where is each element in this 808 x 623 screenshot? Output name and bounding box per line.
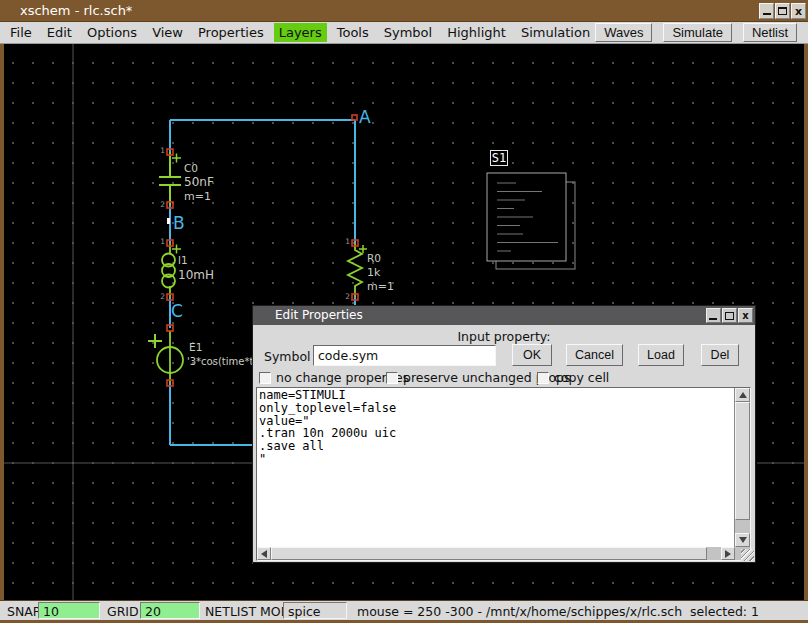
net-label-c[interactable]: C xyxy=(171,301,183,321)
capacitor-mult[interactable]: m=1 xyxy=(184,190,211,203)
copy-cell-label: copy cell xyxy=(554,370,609,385)
menu-view[interactable]: View xyxy=(147,23,188,42)
netlist-mode-field[interactable]: spice xyxy=(283,602,347,619)
ok-button[interactable]: OK xyxy=(512,344,552,366)
dialog-maximize-button[interactable] xyxy=(722,308,737,323)
minimize-icon xyxy=(763,13,771,15)
capacitor-value[interactable]: 50nF xyxy=(184,175,214,189)
code-symbol-label[interactable]: S1 xyxy=(490,150,508,166)
svg-text:1: 1 xyxy=(345,237,350,246)
simulate-button[interactable]: Simulate xyxy=(663,23,732,42)
input-property-label: Input property: xyxy=(253,329,755,344)
inductor-value[interactable]: 10mH xyxy=(178,268,214,282)
cancel-button[interactable]: Cancel xyxy=(566,344,623,366)
menu-highlight[interactable]: Highlight xyxy=(442,23,511,42)
window-title: xschem - rlc.sch* xyxy=(20,3,132,18)
grid-field[interactable]: 20 xyxy=(140,602,200,619)
properties-text-region: name=STIMULI only_toplevel=false value="… xyxy=(256,387,751,561)
no-change-properties-checkbox[interactable] xyxy=(259,372,271,384)
menu-layers[interactable]: Layers xyxy=(274,23,327,42)
arrow-right-icon xyxy=(725,550,731,558)
xschem-window: xschem - rlc.sch* x File Edit Options Vi… xyxy=(0,0,808,623)
window-titlebar[interactable]: xschem - rlc.sch* x xyxy=(0,0,808,22)
resistor-symbol[interactable] xyxy=(348,243,367,297)
source-symbol[interactable] xyxy=(148,331,183,383)
symbol-label: Symbol xyxy=(264,349,311,364)
dialog-close-button[interactable]: x xyxy=(738,308,753,323)
del-button[interactable]: Del xyxy=(701,344,739,366)
dialog-minimize-button[interactable] xyxy=(706,308,721,323)
svg-text:1: 1 xyxy=(160,146,165,155)
scroll-down-button[interactable] xyxy=(735,533,750,547)
svg-text:2: 2 xyxy=(160,200,165,209)
snap-field[interactable]: 10 xyxy=(38,602,100,619)
netlist-button[interactable]: Netlist xyxy=(743,23,797,42)
resistor-mult[interactable]: m=1 xyxy=(367,280,394,293)
maximize-icon xyxy=(725,312,734,320)
scroll-up-button[interactable] xyxy=(735,388,750,402)
code-symbol[interactable] xyxy=(487,173,575,269)
resistor-value[interactable]: 1k xyxy=(367,266,380,279)
statusbar: SNAP: 10 GRID: 20 NETLIST MODE: spice mo… xyxy=(0,600,808,620)
capacitor-ref[interactable]: C0 xyxy=(184,162,198,174)
load-button[interactable]: Load xyxy=(638,344,684,366)
source-value[interactable]: '3*cos(time*ti xyxy=(187,356,256,367)
label-anchor-tick xyxy=(167,218,170,224)
grid-label: GRID: xyxy=(107,604,143,619)
scroll-left-button[interactable] xyxy=(257,547,271,560)
svg-text:2: 2 xyxy=(160,292,165,301)
minimize-button[interactable] xyxy=(759,3,774,19)
menu-symbol[interactable]: Symbol xyxy=(379,23,437,42)
maximize-icon xyxy=(778,7,787,15)
preserve-unchanged-props-checkbox[interactable] xyxy=(386,372,398,384)
scroll-right-button[interactable] xyxy=(721,547,735,560)
menu-options[interactable]: Options xyxy=(82,23,142,42)
edit-properties-dialog: Edit Properties x Input property: Symbol… xyxy=(252,305,756,563)
resize-grip[interactable] xyxy=(741,549,754,561)
menu-properties[interactable]: Properties xyxy=(193,23,269,42)
minimize-icon xyxy=(709,318,717,320)
copy-cell-checkbox[interactable] xyxy=(537,372,549,384)
resistor-ref[interactable]: R0 xyxy=(367,252,381,264)
dialog-title: Edit Properties xyxy=(275,308,363,322)
net-label-b[interactable]: B xyxy=(173,213,185,233)
close-icon: x xyxy=(795,6,802,17)
vertical-scrollbar-thumb[interactable] xyxy=(735,402,750,520)
horizontal-scrollbar[interactable] xyxy=(257,547,735,560)
symbol-input[interactable] xyxy=(313,345,496,366)
properties-textarea[interactable]: name=STIMULI only_toplevel=false value="… xyxy=(257,388,735,547)
vertical-scrollbar[interactable] xyxy=(735,388,750,547)
maximize-button[interactable] xyxy=(775,3,790,19)
menu-edit[interactable]: Edit xyxy=(42,23,77,42)
menubar: File Edit Options View Properties Layers… xyxy=(0,22,808,44)
menu-simulation[interactable]: Simulation xyxy=(516,23,595,42)
inductor-ref[interactable]: l1 xyxy=(178,254,188,266)
menu-file[interactable]: File xyxy=(5,23,37,42)
arrow-left-icon xyxy=(261,550,267,558)
capacitor-symbol[interactable] xyxy=(159,152,181,205)
mouse-status-text: mouse = 250 -300 - /mnt/x/home/schippes/… xyxy=(357,604,759,619)
svg-text:2: 2 xyxy=(345,292,350,301)
arrow-down-icon xyxy=(739,537,747,543)
svg-text:1: 1 xyxy=(160,237,165,246)
arrow-up-icon xyxy=(739,392,747,398)
dialog-titlebar[interactable]: Edit Properties x xyxy=(253,306,755,325)
waves-button[interactable]: Waves xyxy=(595,23,652,42)
horizontal-scrollbar-thumb[interactable] xyxy=(271,547,707,560)
close-icon: x xyxy=(742,311,748,321)
source-ref[interactable]: E1 xyxy=(189,341,202,353)
menu-tools[interactable]: Tools xyxy=(332,23,374,42)
net-label-a[interactable]: A xyxy=(359,107,371,127)
close-button[interactable]: x xyxy=(791,3,806,19)
